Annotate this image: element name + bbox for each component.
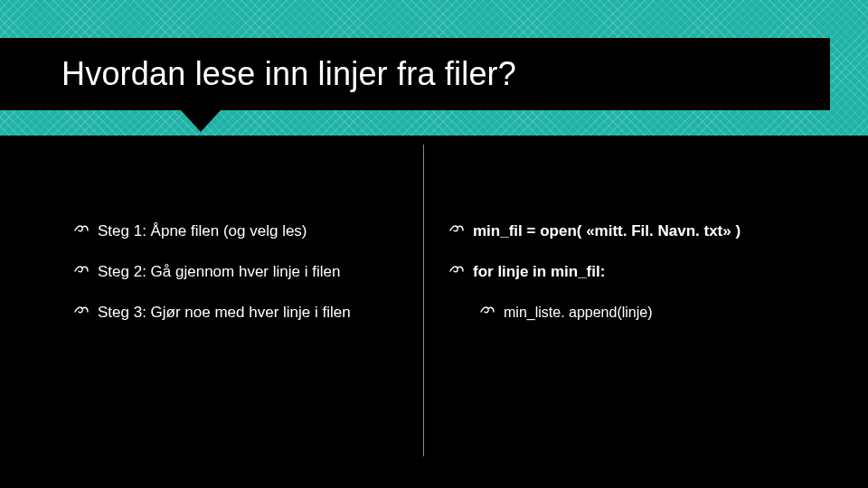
list-item-text: for linje in min_fil: [473,262,605,283]
right-column: min_fil = open( «mitt. Fil. Navn. txt» )… [449,221,811,342]
flourish-icon [449,263,464,276]
slide: Hvordan lese inn linjer fra filer? Steg … [0,0,868,488]
list-item: Steg 1: Åpne filen (og velg les) [74,221,409,242]
list-item: Steg 3: Gjør noe med hver linje i filen [74,303,409,324]
flourish-icon [449,222,464,235]
flourish-icon [74,304,89,316]
list-item-sub: min_liste. append(linje) [480,303,811,323]
flourish-icon [74,263,89,276]
flourish-icon [480,304,495,316]
list-item-text: min_fil = open( «mitt. Fil. Navn. txt» ) [473,221,741,242]
left-column: Steg 1: Åpne filen (og velg les) Steg 2:… [74,221,409,343]
title-notch [181,110,221,132]
title-bar: Hvordan lese inn linjer fra filer? [0,38,830,110]
list-item-text: min_liste. append(linje) [504,303,653,323]
flourish-icon [74,222,89,235]
list-item-text: Steg 1: Åpne filen (og velg les) [98,221,307,242]
list-item: for linje in min_fil: [449,262,811,283]
slide-title: Hvordan lese inn linjer fra filer? [61,55,516,93]
list-item: Steg 2: Gå gjennom hver linje i filen [74,262,409,283]
list-item-text: Steg 2: Gå gjennom hver linje i filen [98,262,340,283]
column-divider [423,145,424,456]
list-item-text: Steg 3: Gjør noe med hver linje i filen [98,303,351,324]
list-item: min_fil = open( «mitt. Fil. Navn. txt» ) [449,221,811,242]
